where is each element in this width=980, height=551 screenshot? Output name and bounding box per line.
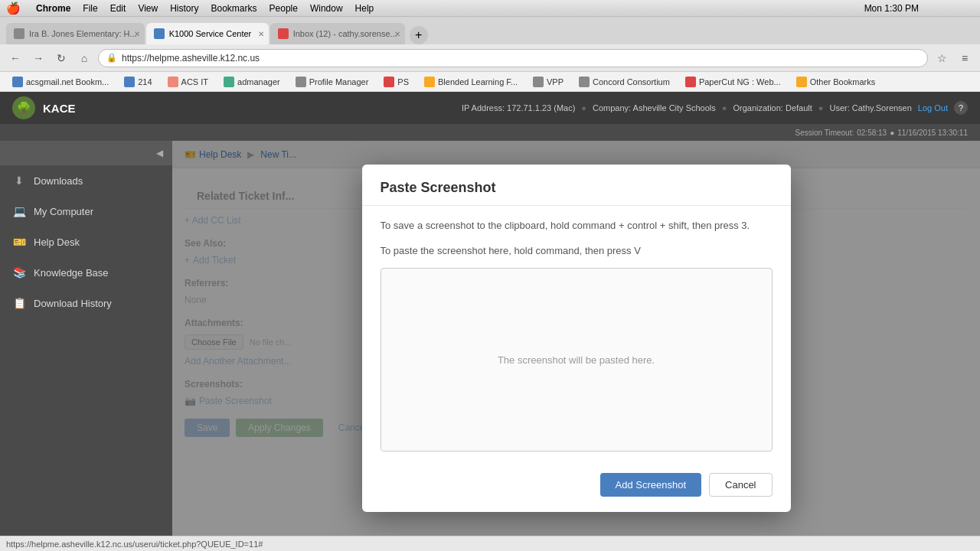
tab-close-2[interactable]: ✕ [394,30,400,38]
kace-logo: 🌳 [12,96,35,119]
knowledge-base-icon: 📚 [12,266,26,279]
tab-close-1[interactable]: ✕ [258,30,264,38]
bookmark-label-10: Other Bookmarks [810,77,876,86]
help-button[interactable]: ? [954,101,968,115]
bookmark-icon-8 [579,77,590,87]
paste-screenshot-dialog: Paste Screenshot To save a screenshot to… [362,165,791,513]
my-computer-icon: 💻 [12,204,26,218]
bookmarks-menu[interactable]: Bookmarks [211,3,257,14]
logout-link[interactable]: Log Out [918,103,948,112]
bookmark-label-6: Blended Learning F... [438,77,518,86]
sidebar-item-help-desk[interactable]: 🎫 Help Desk [0,227,172,257]
bookmark-icon-0 [12,77,23,87]
sidebar-label-downloads: Downloads [34,175,83,187]
cancel-dialog-button[interactable]: Cancel [709,473,772,497]
session-bar: Session Timeout: 02:58:13 ● 11/16/2015 1… [0,124,980,141]
bookmark-label-0: acsgmail.net Bookm... [26,77,109,86]
screenshot-placeholder: The screenshot will be pasted here. [498,354,655,366]
new-tab-button[interactable]: + [410,26,428,44]
bookmark-profile-manager[interactable]: Profile Manager [289,74,375,90]
sidebar-item-knowledge-base[interactable]: 📚 Knowledge Base [0,257,172,288]
bookmark-acsgmail[interactable]: acsgmail.net Bookm... [6,74,115,90]
bookmark-label-8: Concord Consortium [593,77,670,86]
view-menu[interactable]: View [138,3,158,14]
status-url: https://helpme.asheville.k12.nc.us/useru… [6,540,263,549]
screenshot-paste-area[interactable]: The screenshot will be pasted here. [381,268,773,452]
bookmark-icon-9 [685,77,696,87]
session-timeout-value: 02:58:13 [857,129,887,137]
bookmark-icon-6 [424,77,435,87]
bookmark-icon-2 [168,77,178,87]
tab-2[interactable]: Inbox (12) - cathy.sorense... ✕ [270,23,405,44]
help-menu[interactable]: Help [355,3,374,14]
history-menu[interactable]: History [170,3,198,14]
tab-label-1: K1000 Service Center [169,29,261,38]
bookmarks-bar: acsgmail.net Bookm... 214 ACS IT admanag… [0,72,980,92]
tab-0[interactable]: Ira B. Jones Elementary: H... ✕ [6,23,145,44]
download-history-icon: 📋 [12,296,26,310]
tab-1[interactable]: K1000 Service Center ✕ [146,23,269,44]
reload-button[interactable]: ↻ [52,49,70,67]
bookmark-icon-1 [124,77,135,87]
sidebar-label-knowledge-base: Knowledge Base [34,267,109,279]
tab-close-0[interactable]: ✕ [134,30,140,38]
file-menu[interactable]: File [83,3,97,14]
sidebar-label-my-computer: My Computer [34,206,93,217]
address-box[interactable]: 🔒 https://helpme.asheville.k12.nc.us [98,49,928,67]
window-menu[interactable]: Window [310,3,343,14]
bookmark-icon-3 [224,77,234,87]
content-area: ◀ ⬇ Downloads 💻 My Computer 🎫 Help Desk … [0,141,980,536]
people-menu[interactable]: People [270,3,298,14]
bookmark-ps[interactable]: PS [377,74,415,90]
bookmark-blended-learning[interactable]: Blended Learning F... [418,74,524,90]
tab-label-0: Ira B. Jones Elementary: H... [29,29,137,38]
main-content: 🎫 Help Desk ▶ New Ti... Related Ticket I… [172,141,980,536]
sidebar-label-download-history: Download History [34,298,112,309]
bookmark-vpp[interactable]: VPP [527,74,570,90]
ssl-icon: 🔒 [106,53,117,63]
home-button[interactable]: ⌂ [75,49,93,67]
bookmark-acs-it[interactable]: ACS IT [162,74,214,90]
dialog-instruction-1: To save a screenshot to the clipboard, h… [381,218,773,234]
sidebar-item-download-history[interactable]: 📋 Download History [0,288,172,318]
sidebar-toggle[interactable]: ◀ [0,141,172,165]
dialog-header: Paste Screenshot [362,165,791,206]
chrome-menu-button[interactable]: ≡ [956,49,974,67]
bookmark-icon-7 [533,77,544,87]
kace-title: KACE [43,102,76,115]
bookmark-label-1: 214 [138,77,152,86]
bookmark-papercut[interactable]: PaperCut NG : Web... [679,74,787,90]
tab-bar: Ira B. Jones Elementary: H... ✕ K1000 Se… [0,17,980,44]
sidebar-item-downloads[interactable]: ⬇ Downloads [0,165,172,196]
session-timeout-label: Session Timeout: [795,129,854,137]
sidebar-label-help-desk: Help Desk [34,236,80,248]
bookmark-214[interactable]: 214 [118,74,158,90]
bookmark-icon-4 [296,77,306,87]
header-org: Organization: Default [733,103,812,112]
back-button[interactable]: ← [6,49,24,67]
modal-overlay: Paste Screenshot To save a screenshot to… [172,141,980,536]
bookmark-admanager[interactable]: admanager [217,74,286,90]
bookmark-icon-10 [796,77,807,87]
bookmark-label-4: Profile Manager [309,77,369,86]
add-screenshot-button[interactable]: Add Screenshot [600,473,702,497]
forward-button[interactable]: → [29,49,47,67]
sidebar-item-my-computer[interactable]: 💻 My Computer [0,196,172,227]
bookmark-label-7: VPP [547,77,564,86]
clock: Mon 1:30 PM [864,3,919,14]
header-company: Company: Asheville City Schools [593,103,716,112]
kace-header-info: IP Address: 172.71.1.23 (Mac) ● Company:… [462,101,968,115]
bookmark-concord[interactable]: Concord Consortium [573,74,676,90]
bookmark-icon-5 [384,77,394,87]
bookmark-label-5: PS [397,77,409,86]
edit-menu[interactable]: Edit [110,3,126,14]
sidebar: ◀ ⬇ Downloads 💻 My Computer 🎫 Help Desk … [0,141,172,536]
status-bar: https://helpme.asheville.k12.nc.us/useru… [0,536,980,551]
app-name: Chrome [36,3,70,14]
tab-label-2: Inbox (12) - cathy.sorense... [293,29,397,38]
url-text: https://helpme.asheville.k12.nc.us [122,53,260,64]
apple-menu[interactable]: 🍎 [6,2,21,15]
dialog-title: Paste Screenshot [381,180,773,196]
bookmark-other[interactable]: Other Bookmarks [790,74,882,90]
bookmark-star[interactable]: ☆ [933,49,951,67]
